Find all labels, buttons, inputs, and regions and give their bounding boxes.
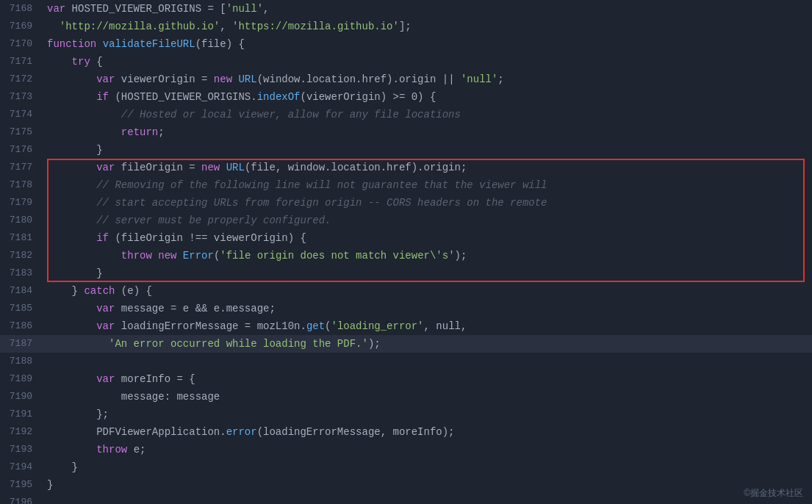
line-content: // Hosted or local viewer, allow for any… [44,106,812,123]
line-number: 7171 [0,53,44,71]
line-content: if (fileOrigin !== viewerOrigin) { [44,229,812,247]
code-line: 7189 var moreInfo = { [0,370,812,388]
line-number: 7175 [0,123,44,141]
line-number: 7179 [0,194,44,212]
line-number: 7172 [0,71,44,88]
line-number: 7187 [0,335,44,353]
code-line: 7196 [0,494,812,504]
code-line: 7183 } [0,264,812,282]
code-line: 7180 // server must be properly configur… [0,212,812,229]
line-number: 7169 [0,18,44,35]
code-line: 7191 }; [0,406,812,423]
line-content: } [44,141,812,159]
line-content: } [44,476,812,494]
code-line: 7188 [0,353,812,370]
line-number: 7177 [0,159,44,176]
line-content: var viewerOrigin = new URL(window.locati… [44,71,812,88]
line-number: 7183 [0,264,44,282]
line-number: 7178 [0,176,44,194]
line-content: throw e; [44,441,812,458]
line-content: var message = e && e.message; [44,300,812,317]
line-number: 7170 [0,35,44,53]
line-content: }; [44,406,812,423]
line-number: 7194 [0,458,44,476]
line-content: 'http://mozilla.github.io', 'https://moz… [44,18,812,35]
code-line: 7173 if (HOSTED_VIEWER_ORIGINS.indexOf(v… [0,88,812,106]
line-content: } [44,458,812,476]
code-line: 7178 // Removing of the following line w… [0,176,812,194]
code-line: 7190 message: message [0,388,812,406]
line-number: 7182 [0,247,44,264]
line-number: 7180 [0,212,44,229]
line-content: message: message [44,388,812,406]
code-line: 7176 } [0,141,812,159]
code-line: 7170function validateFileURL(file) { [0,35,812,53]
line-number: 7185 [0,300,44,317]
code-line: 7187 'An error occurred while loading th… [0,335,812,353]
code-line: 7168var HOSTED_VIEWER_ORIGINS = ['null', [0,0,812,18]
line-number: 7191 [0,406,44,423]
line-content: var HOSTED_VIEWER_ORIGINS = ['null', [44,0,812,18]
code-line: 7184 } catch (e) { [0,282,812,300]
line-content: // server must be properly configured. [44,212,812,229]
code-line: 7175 return; [0,123,812,141]
line-number: 7173 [0,88,44,106]
line-content: return; [44,123,812,141]
code-line: 7192 PDFViewerApplication.error(loadingE… [0,423,812,441]
line-content: 'An error occurred while loading the PDF… [44,335,812,353]
code-line: 7194 } [0,458,812,476]
code-line: 7185 var message = e && e.message; [0,300,812,317]
code-line: 7179 // start accepting URLs from foreig… [0,194,812,212]
code-line: 7174 // Hosted or local viewer, allow fo… [0,106,812,123]
line-number: 7190 [0,388,44,406]
line-content: throw new Error('file origin does not ma… [44,247,812,264]
code-line: 7186 var loadingErrorMessage = mozL10n.g… [0,317,812,335]
code-line: 7181 if (fileOrigin !== viewerOrigin) { [0,229,812,247]
line-number: 7188 [0,353,44,370]
line-content: // start accepting URLs from foreign ori… [44,194,812,212]
line-number: 7186 [0,317,44,335]
line-number: 7196 [0,494,44,504]
line-content: var moreInfo = { [44,370,812,388]
code-line: 7182 throw new Error('file origin does n… [0,247,812,264]
line-content: if (HOSTED_VIEWER_ORIGINS.indexOf(viewer… [44,88,812,106]
code-line: 7195} [0,476,812,494]
line-content: var loadingErrorMessage = mozL10n.get('l… [44,317,812,335]
code-line: 7193 throw e; [0,441,812,458]
line-content: try { [44,53,812,71]
code-line: 7169 'http://mozilla.github.io', 'https:… [0,18,812,35]
line-content: var fileOrigin = new URL(file, window.lo… [44,159,812,176]
code-line: 7172 var viewerOrigin = new URL(window.l… [0,71,812,88]
line-number: 7184 [0,282,44,300]
code-editor: 7168var HOSTED_VIEWER_ORIGINS = ['null',… [0,0,812,504]
code-line: 7177 var fileOrigin = new URL(file, wind… [0,159,812,176]
line-number: 7195 [0,476,44,494]
watermark: ©掘金技术社区 [744,487,803,500]
line-number: 7193 [0,441,44,458]
line-content: function validateFileURL(file) { [44,35,812,53]
line-number: 7176 [0,141,44,159]
line-content: // Removing of the following line will n… [44,176,812,194]
line-content: } catch (e) { [44,282,812,300]
code-line: 7171 try { [0,53,812,71]
line-number: 7181 [0,229,44,247]
line-number: 7189 [0,370,44,388]
line-number: 7192 [0,423,44,441]
line-content: } [44,264,812,282]
line-number: 7174 [0,106,44,123]
line-content: PDFViewerApplication.error(loadingErrorM… [44,423,812,441]
line-number: 7168 [0,0,44,18]
